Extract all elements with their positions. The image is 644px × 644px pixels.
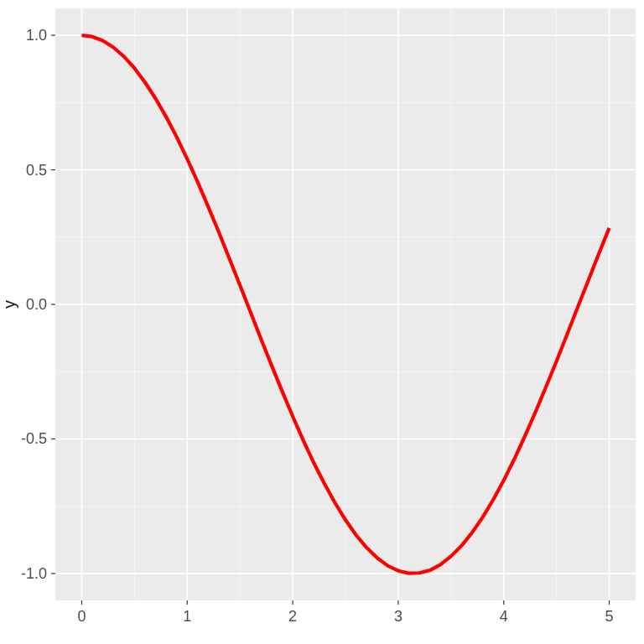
y-tick-label: 0.0 (26, 296, 47, 313)
x-tick-label: 5 (605, 608, 614, 625)
y-axis-ticks: -1.0-0.50.00.51.0 (21, 27, 55, 582)
y-axis-label: y (0, 300, 18, 309)
y-tick-label: -1.0 (21, 565, 47, 582)
x-tick-label: 0 (77, 608, 86, 625)
x-tick-label: 1 (183, 608, 191, 625)
x-tick-label: 3 (394, 608, 402, 625)
x-tick-label: 4 (500, 608, 508, 625)
chart-container: 012345 -1.0-0.50.00.51.0 y (0, 0, 644, 644)
y-tick-label: 0.5 (26, 162, 47, 179)
chart-svg: 012345 -1.0-0.50.00.51.0 y (0, 0, 644, 644)
y-tick-label: -0.5 (21, 430, 47, 447)
x-tick-label: 2 (288, 608, 297, 625)
x-axis-ticks: 012345 (77, 600, 613, 625)
y-tick-label: 1.0 (26, 27, 47, 44)
